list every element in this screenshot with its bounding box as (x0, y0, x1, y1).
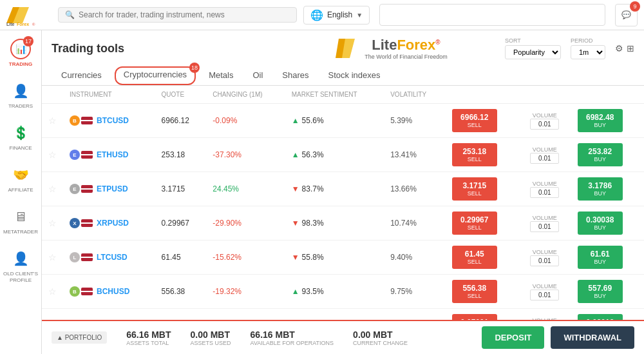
sell-price: 253.18 (459, 147, 491, 156)
table-row: ☆ X XRPUSD 0.29967 -29.90% ▼ 98.3% 10.74… (42, 206, 644, 241)
sell-button[interactable]: 253.18 SELL (452, 143, 497, 166)
language-dropdown-arrow: ▼ (356, 12, 363, 19)
footer-value-total: 66.16 MBT (126, 329, 171, 340)
volatility-cell: 9.75% (384, 275, 446, 309)
tab-stock-indexes[interactable]: Stock indexes (319, 66, 390, 85)
volatility-cell: 9.40% (384, 241, 446, 275)
sell-price: 3.1715 (459, 181, 491, 190)
sell-button[interactable]: 6966.12 SELL (452, 109, 497, 132)
search-input[interactable] (79, 10, 290, 19)
buy-button[interactable]: 253.82 BUY (578, 143, 623, 166)
instrument-name[interactable]: LTCUSD (97, 253, 128, 262)
buy-button[interactable]: 6982.48 BUY (578, 109, 623, 132)
buy-price: 6982.48 (584, 113, 616, 122)
col-header-sell (446, 86, 518, 104)
withdrawal-button[interactable]: WITHDRAWAL (551, 326, 634, 349)
quote-cell: 0.29967 (155, 206, 207, 241)
sell-button[interactable]: 0.29967 SELL (452, 211, 497, 235)
volume-label: VOLUME (533, 181, 557, 187)
instrument-name[interactable]: ETPUSD (97, 184, 128, 193)
layout: 📊 17 TRADING 👤 TRADERS 💲 FINANCE 🤝 AFFIL… (0, 30, 644, 354)
buy-button[interactable]: 0.08012 BUY (578, 314, 623, 320)
change-cell: -15.62% (206, 241, 285, 275)
sentiment-cell: ▲ 93.5% (285, 275, 384, 309)
portfolio-toggle[interactable]: ▲ PORTFOLIO (52, 331, 107, 344)
sidebar-item-metatrader[interactable]: 🖥 METATRADER (0, 201, 41, 240)
brand-forex: Forex (397, 37, 435, 53)
change-value: -15.62% (213, 253, 242, 262)
instrument-name[interactable]: BCHUSD (97, 287, 129, 296)
change-cell: -37.30% (206, 138, 285, 172)
chat-button[interactable]: 💬 9 (615, 4, 638, 26)
volume-label: VOLUME (533, 112, 557, 119)
sidebar-item-old-client[interactable]: 👤 OLD CLIENT'S PROFILE (0, 243, 41, 288)
tab-cryptocurrencies[interactable]: Cryptocurrencies 18 (115, 66, 196, 85)
volatility-cell: 13.66% (384, 172, 446, 206)
buy-button[interactable]: 0.30038 BUY (578, 211, 623, 235)
table-row: ☆ B BCHBTC 0.07991 -19.13% ▼ 52.9% 7.85%… (42, 309, 644, 320)
star-cell[interactable]: ☆ (42, 206, 63, 241)
instrument-name[interactable]: XRPUSD (97, 219, 129, 228)
volume-input[interactable] (530, 290, 559, 300)
instrument-cell: B BTCUSD (63, 104, 155, 138)
account-selector[interactable] (379, 4, 605, 26)
buy-label: BUY (584, 259, 616, 265)
tab-oil[interactable]: Oil (243, 66, 272, 85)
deposit-button[interactable]: DEPOSIT (482, 326, 544, 349)
grid-view-icon[interactable]: ⊞ (627, 43, 634, 54)
sentiment-value: 56.3% (302, 150, 324, 159)
sidebar-item-finance[interactable]: 💲 FINANCE (0, 117, 41, 156)
volume-input[interactable] (530, 119, 559, 130)
instrument-name[interactable]: BTCUSD (97, 116, 129, 125)
period-select[interactable]: 1m (571, 45, 605, 59)
star-cell[interactable]: ☆ (42, 241, 63, 275)
instrument-cell: E ETPUSD (63, 172, 155, 206)
quote-cell: 556.38 (155, 275, 207, 309)
search-bar[interactable]: 🔍 (58, 7, 297, 23)
volume-input[interactable] (530, 255, 559, 266)
change-cell: -0.09% (206, 104, 285, 138)
sell-button[interactable]: 61.45 SELL (452, 246, 497, 269)
sidebar-item-affiliate[interactable]: 🤝 AFFILIATE (0, 159, 41, 198)
nav-tabs: Currencies Cryptocurrencies 18 Metals Oi… (52, 66, 634, 85)
sell-price: 61.45 (459, 250, 491, 259)
footer-stat-available: 66.16 MBT AVAILABLE FOR OPERATIONS (251, 329, 334, 346)
star-cell[interactable]: ☆ (42, 275, 63, 309)
footer-label-available: AVAILABLE FOR OPERATIONS (251, 340, 334, 346)
tab-currencies[interactable]: Currencies (52, 66, 111, 85)
sell-button[interactable]: 556.38 SELL (452, 280, 497, 303)
instrument-name[interactable]: ETHUSD (97, 150, 128, 159)
star-cell[interactable]: ☆ (42, 104, 63, 138)
sell-cell: 0.29967 SELL (446, 206, 518, 241)
volatility-cell: 10.74% (384, 206, 446, 241)
sentiment-cell: ▲ 55.6% (285, 104, 384, 138)
volume-input[interactable] (530, 187, 559, 198)
star-cell[interactable]: ☆ (42, 172, 63, 206)
settings-gear-icon[interactable]: ⚙ (615, 43, 623, 54)
star-cell[interactable]: ☆ (42, 138, 63, 172)
language-selector[interactable]: 🌐 English ▼ (303, 6, 370, 25)
change-value: -37.30% (213, 150, 242, 159)
sell-cell: 0.07991 SELL (446, 309, 518, 320)
sell-button[interactable]: 3.1715 SELL (452, 177, 497, 201)
volume-input[interactable] (530, 153, 559, 164)
tab-shares[interactable]: Shares (272, 66, 318, 85)
sort-select[interactable]: Popularity (505, 45, 561, 59)
buy-button[interactable]: 557.69 BUY (578, 280, 623, 303)
liteforex-logo: LiteForex® The World of Financial Freedo… (278, 35, 505, 61)
quote-cell: 0.07991 (155, 309, 207, 320)
sort-group: SORT Popularity (505, 37, 561, 59)
sidebar-label-metatrader: METATRADER (3, 229, 38, 235)
tab-metals[interactable]: Metals (199, 66, 243, 85)
sidebar-item-trading[interactable]: 📊 17 TRADING (0, 34, 41, 72)
star-cell[interactable]: ☆ (42, 309, 63, 320)
col-header-buy (571, 86, 644, 104)
sentiment-value: 55.8% (302, 253, 324, 262)
sidebar-item-traders[interactable]: 👤 TRADERS (0, 75, 41, 114)
buy-button[interactable]: 61.61 BUY (578, 246, 623, 269)
volume-cell: VOLUME (518, 138, 571, 172)
buy-button[interactable]: 3.1786 BUY (578, 177, 623, 201)
volume-input[interactable] (530, 221, 559, 232)
sell-button[interactable]: 0.07991 SELL (452, 314, 497, 320)
volume-label: VOLUME (533, 249, 557, 255)
